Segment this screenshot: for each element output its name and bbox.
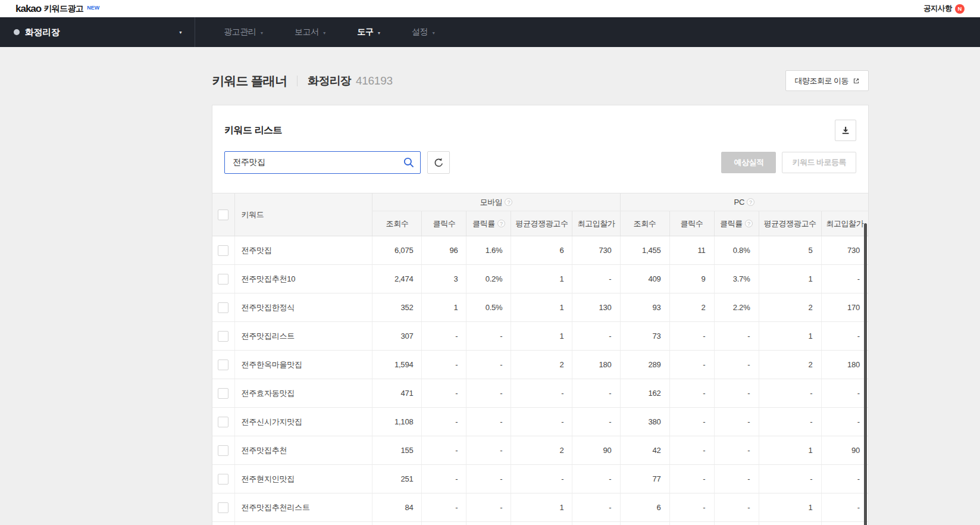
chevron-down-icon: ▼ [323,31,327,35]
keyword-search-input[interactable] [224,151,421,174]
search-button[interactable] [401,155,417,170]
metric-cell: - [821,322,868,351]
new-badge: NEW [87,5,99,11]
nav-item-label: 도구 [357,27,373,38]
metric-cell: 155 [372,436,422,465]
row-checkbox-cell [212,322,234,351]
metric-cell: - [422,522,466,525]
nav-menus: 광고관리 ▼ 보고서 ▼ 도구 ▼ 설정 ▼ [208,17,451,47]
metric-cell: - [422,408,466,436]
metric-cell: 6,075 [372,236,422,265]
keyword-register-button[interactable]: 키워드 바로등록 [782,152,856,173]
row-checkbox-cell [212,265,234,293]
row-checkbox-cell [212,236,234,265]
select-all-cell [212,193,234,236]
help-icon[interactable]: ? [745,220,753,227]
select-all-checkbox[interactable] [218,210,228,220]
metric-cell: 96 [422,236,466,265]
metric-cell: 170 [821,293,868,322]
metric-cell: - [669,351,714,379]
nav-item-ad-management[interactable]: 광고관리 ▼ [208,17,279,47]
row-checkbox[interactable] [218,388,228,399]
bulk-view-button[interactable]: 대량조회로 이동 [785,70,869,91]
metric-cell: 1.6% [466,236,511,265]
keyword-cell: 전주맛집추천10 [234,265,372,293]
metric-cell: - [466,465,511,493]
table-scrollbar-thumb[interactable] [864,223,867,525]
metric-cell: 2 [511,436,572,465]
row-checkbox[interactable] [218,245,228,256]
metric-cell: - [466,408,511,436]
table-row: 전주맛집추천155--29042--190 [212,436,868,465]
row-checkbox-cell [212,351,234,379]
metric-cell: 3 [422,265,466,293]
service-logo[interactable]: kakao 키워드광고 NEW [15,3,99,15]
metric-cell: 2.2% [714,293,759,322]
metric-cell: 307 [372,322,422,351]
table-toolbar: 예상실적 키워드 바로등록 [212,151,868,174]
metric-cell: 84 [372,493,422,522]
metric-cell: - [759,408,821,436]
refresh-button[interactable] [427,151,450,174]
row-checkbox[interactable] [218,474,228,485]
metric-cell: 1,108 [372,408,422,436]
table-row: 전주송천동맛집604----247---- [212,522,868,525]
nav-item-settings[interactable]: 설정 ▼ [396,17,451,47]
table-row: 전주맛집추천102,47430.2%1-40993.7%1- [212,265,868,293]
metric-cell: - [422,379,466,408]
metric-cell: 5 [759,236,821,265]
row-checkbox[interactable] [218,331,228,342]
keyword-cell: 전주신시가지맛집 [234,408,372,436]
estimate-performance-button[interactable]: 예상실적 [721,152,776,173]
help-icon[interactable]: ? [497,220,505,227]
keyword-table-body: 전주맛집6,075961.6%67301,455110.8%5730전주맛집추천… [212,236,868,525]
metric-cell: 9 [669,265,714,293]
nav-item-report[interactable]: 보고서 ▼ [279,17,342,47]
kakao-logo: kakao [15,3,41,15]
metric-cell: 1 [422,293,466,322]
metric-cell: - [821,493,868,522]
keyword-cell: 전주효자동맛집 [234,379,372,408]
notice-link[interactable]: 공지사항 N [923,4,965,14]
metric-cell: 162 [620,379,669,408]
metric-cell: 1 [759,436,821,465]
help-icon[interactable]: ? [505,198,512,206]
metric-cell: 730 [572,236,620,265]
row-checkbox[interactable] [218,445,228,456]
metric-cell: 2 [511,351,572,379]
account-selector[interactable]: 화정리장 ▼ [0,17,195,47]
row-checkbox[interactable] [218,502,228,513]
metric-cell: 180 [572,351,620,379]
row-checkbox[interactable] [218,274,228,285]
page-header: 키워드 플래너 화정리장 416193 대량조회로 이동 [212,47,869,105]
account-name: 화정리장 [25,27,60,38]
row-checkbox-cell [212,293,234,322]
chevron-down-icon: ▼ [431,31,436,35]
table-row: 전주맛집한정식35210.5%11309322.2%2170 [212,293,868,322]
row-checkbox[interactable] [218,417,228,427]
row-checkbox-cell [212,408,234,436]
metric-cell: - [714,522,759,525]
metric-cell: - [422,351,466,379]
metric-cell: 130 [572,293,620,322]
metric-cell: - [422,493,466,522]
metric-cell: - [759,522,821,525]
metric-cell: - [572,493,620,522]
metric-cell: - [669,436,714,465]
metric-cell: 251 [372,465,422,493]
metric-cell: 90 [572,436,620,465]
notice-label: 공지사항 [923,4,952,14]
metric-cell: 1 [511,265,572,293]
metric-cell: - [759,465,821,493]
col-header-pc-ctr: 클릭률 ? [714,211,759,236]
nav-item-tools[interactable]: 도구 ▼ [342,17,396,47]
row-checkbox[interactable] [218,360,228,370]
table-row: 전주효자동맛집471----162---- [212,379,868,408]
help-icon[interactable]: ? [747,198,754,206]
download-button[interactable] [835,120,856,141]
row-checkbox[interactable] [218,302,228,313]
col-header-mobile-clicks: 클릭수 [422,211,466,236]
keyword-list-card: 키워드 리스트 [212,105,869,525]
keyword-cell: 전주송천동맛집 [234,522,372,525]
metric-cell: - [572,322,620,351]
